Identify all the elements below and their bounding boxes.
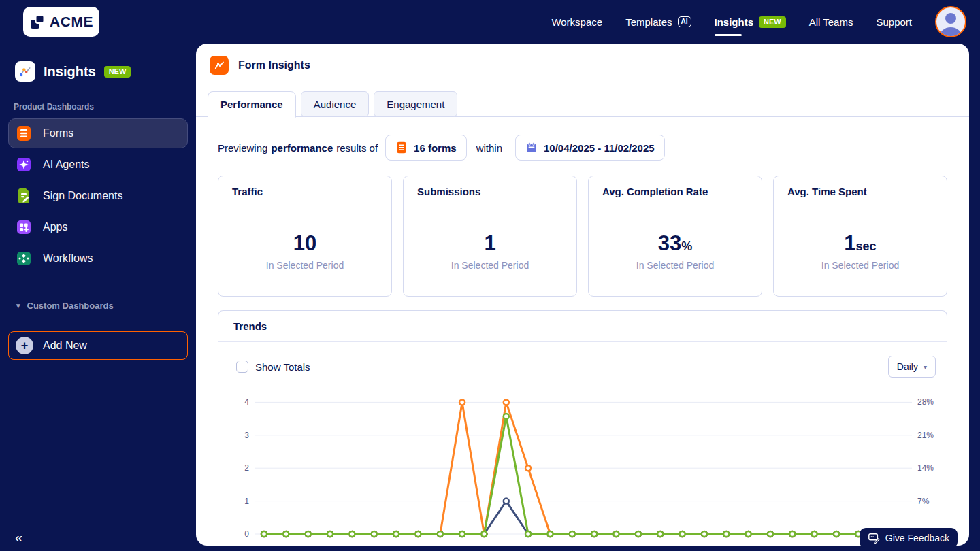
- give-feedback-button[interactable]: Give Feedback: [860, 528, 958, 548]
- custom-dashboards-label: Custom Dashboards: [27, 301, 114, 311]
- acme-logo[interactable]: ACME: [23, 7, 99, 37]
- interval-select[interactable]: Daily ▾: [888, 356, 936, 378]
- sidebar-item-label: Workflows: [43, 252, 93, 265]
- stat-value: 1: [484, 231, 495, 255]
- form-icon: [395, 141, 408, 154]
- stat-caption: In Selected Period: [821, 260, 899, 271]
- custom-dashboards-toggle[interactable]: ▾ Custom Dashboards: [16, 301, 196, 311]
- new-badge: NEW: [759, 16, 786, 28]
- svg-text:1: 1: [244, 497, 249, 506]
- apps-icon: [16, 219, 32, 235]
- logo-text: ACME: [50, 14, 93, 30]
- page-title: Form Insights: [238, 59, 310, 71]
- forms-filter-label: 16 forms: [414, 142, 457, 154]
- nav-item-all-teams[interactable]: All Teams: [809, 0, 853, 44]
- stat-caption: In Selected Period: [451, 260, 529, 271]
- filter-row: Previewing performance results of 16 for…: [218, 135, 969, 161]
- nav-item-insights[interactable]: Insights NEW: [715, 0, 786, 44]
- sidebar-item-forms[interactable]: Forms: [8, 118, 188, 148]
- trends-controls: Show Totals Daily ▾: [218, 342, 947, 378]
- svg-text:4: 4: [244, 397, 249, 407]
- sidebar-item-label: Apps: [43, 221, 67, 233]
- stat-value: 10: [293, 231, 316, 255]
- sidebar-item-label: AI Agents: [43, 158, 90, 171]
- feedback-icon: [868, 532, 880, 544]
- insights-icon: [15, 61, 35, 82]
- sidebar-item-apps[interactable]: Apps: [8, 212, 188, 242]
- sidebar-new-badge: NEW: [104, 66, 131, 78]
- stat-caption: In Selected Period: [266, 260, 344, 271]
- sidebar-item-label: Forms: [43, 127, 74, 139]
- sidebar: Insights NEW Product Dashboards Forms AI…: [0, 44, 196, 551]
- date-range-button[interactable]: 10/04/2025 - 11/02/2025: [515, 135, 665, 161]
- svg-text:0: 0: [244, 529, 249, 539]
- top-navbar: ACME Workspace Templates AI Insights NEW…: [0, 0, 980, 44]
- stat-title: Avg. Completion Rate: [589, 176, 762, 207]
- chevron-down-icon: ▾: [924, 363, 927, 371]
- plus-icon: +: [16, 337, 33, 354]
- svg-text:14%: 14%: [917, 463, 934, 473]
- trends-title: Trends: [218, 311, 947, 342]
- main-panel: Form Insights Performance Audience Engag…: [196, 44, 969, 546]
- sidebar-item-label: Sign Documents: [43, 190, 122, 202]
- stat-card-submissions: Submissions 1 In Selected Period: [403, 176, 577, 297]
- trends-card: Trends Show Totals Daily ▾ 012347%14%21%…: [218, 310, 947, 546]
- svg-text:7%: 7%: [917, 497, 930, 506]
- add-new-button[interactable]: + Add New: [8, 331, 188, 360]
- nav-item-templates[interactable]: Templates AI: [625, 0, 691, 44]
- tab-engagement[interactable]: Engagement: [374, 91, 457, 117]
- give-feedback-label: Give Feedback: [885, 533, 949, 544]
- trends-chart: 012347%14%21%28%: [218, 386, 945, 546]
- forms-icon: [16, 125, 32, 141]
- show-totals-checkbox[interactable]: [236, 361, 248, 373]
- sidebar-item-sign-documents[interactable]: Sign Documents: [8, 181, 188, 211]
- ai-agents-icon: [16, 156, 32, 173]
- stat-title: Avg. Time Spent: [774, 176, 947, 207]
- nav-item-support[interactable]: Support: [876, 0, 912, 44]
- form-insights-icon: [210, 56, 229, 75]
- stat-card-traffic: Traffic 10 In Selected Period: [218, 176, 392, 297]
- calendar-icon: [525, 141, 538, 154]
- sidebar-collapse-button[interactable]: «: [15, 530, 22, 546]
- add-new-label: Add New: [43, 339, 87, 352]
- nav-item-workspace[interactable]: Workspace: [551, 0, 602, 44]
- stat-value: 1: [844, 231, 855, 255]
- stat-title: Submissions: [404, 176, 576, 207]
- filter-prefix: Previewing: [218, 142, 267, 154]
- sidebar-item-workflows[interactable]: Workflows: [8, 244, 188, 273]
- stat-card-time-spent: Avg. Time Spent 1sec In Selected Period: [773, 176, 947, 297]
- within-label: within: [476, 142, 502, 154]
- acme-logo-icon: [29, 14, 46, 30]
- sign-documents-icon: [16, 188, 32, 204]
- person-icon: [937, 10, 964, 36]
- svg-text:21%: 21%: [917, 431, 934, 440]
- ai-badge: AI: [678, 16, 691, 27]
- sidebar-item-ai-agents[interactable]: AI Agents: [8, 150, 188, 180]
- svg-text:28%: 28%: [917, 397, 934, 407]
- stats-row: Traffic 10 In Selected Period Submission…: [218, 176, 947, 297]
- stat-card-completion-rate: Avg. Completion Rate 33% In Selected Per…: [588, 176, 762, 297]
- svg-text:3: 3: [244, 431, 249, 440]
- interval-value: Daily: [897, 361, 918, 372]
- filter-suffix: results of: [336, 142, 378, 154]
- date-range-label: 10/04/2025 - 11/02/2025: [544, 142, 655, 154]
- sidebar-section-label: Product Dashboards: [14, 102, 196, 112]
- tab-audience[interactable]: Audience: [301, 91, 370, 117]
- top-nav: Workspace Templates AI Insights NEW All …: [551, 0, 966, 44]
- tab-performance[interactable]: Performance: [208, 91, 296, 118]
- sidebar-title: Insights NEW: [15, 61, 196, 82]
- chevron-down-icon: ▾: [16, 301, 20, 310]
- stat-value: 33: [658, 231, 681, 255]
- svg-text:2: 2: [244, 463, 249, 473]
- user-avatar[interactable]: [935, 6, 966, 37]
- stat-caption: In Selected Period: [636, 260, 714, 271]
- workflows-icon: [16, 250, 32, 267]
- tabstrip: Performance Audience Engagement: [196, 91, 969, 117]
- page-header: Form Insights: [210, 56, 969, 75]
- forms-filter-button[interactable]: 16 forms: [385, 135, 467, 161]
- sidebar-title-label: Insights: [44, 64, 96, 80]
- filter-bold-word: performance: [271, 142, 333, 154]
- show-totals-label: Show Totals: [255, 361, 310, 373]
- stat-title: Traffic: [218, 176, 391, 207]
